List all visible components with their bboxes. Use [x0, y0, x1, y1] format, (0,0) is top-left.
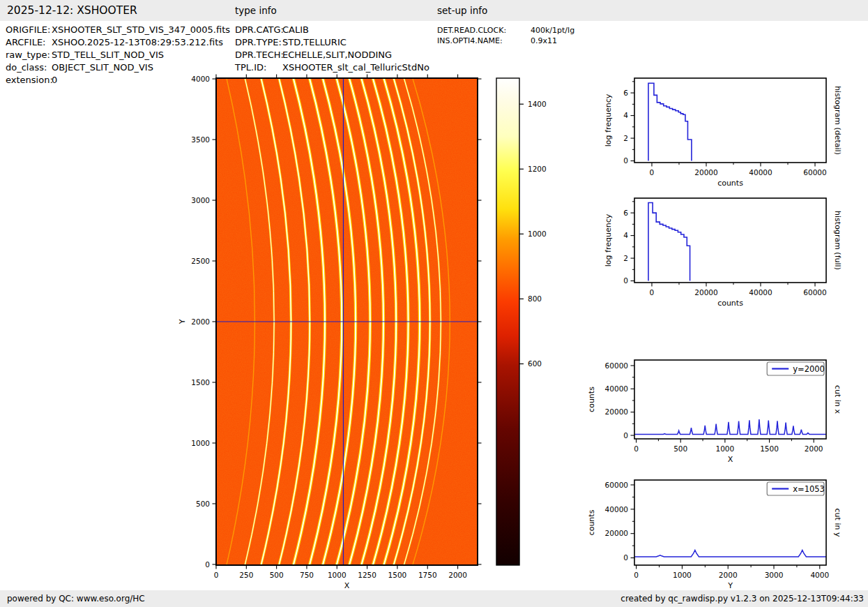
x-tick-label: 2000 [448, 571, 467, 579]
y-tick-label: 0 [623, 431, 628, 440]
x-tick-label: 750 [300, 571, 314, 579]
x-tick-label: 500 [673, 444, 687, 453]
y-tick-label: 2 [623, 134, 628, 142]
setup-info-header: set-up info [437, 0, 487, 21]
colorbar-tick-label: 1400 [528, 100, 547, 108]
y-tick-label: 40000 [605, 384, 628, 393]
y-tick-label: 2500 [191, 257, 210, 265]
x-tick-label: 1000 [328, 571, 347, 579]
x-axis-label: Y [727, 581, 733, 590]
x-tick-label: 40000 [749, 288, 772, 297]
colorbar-tick-label: 600 [528, 359, 542, 368]
y-tick-label: 0 [623, 553, 628, 562]
data-series-line [634, 550, 826, 557]
x-tick-label: 3000 [765, 571, 784, 579]
dpr-type-label: DPR.TYPE: [235, 36, 282, 49]
y-tick-label: 0 [623, 276, 628, 285]
tpl-id-value: XSHOOTER_slt_cal_TelluricStdNo [282, 61, 429, 74]
cut-in-y-plot: 010002000300040000200004000060000Ycounts… [634, 480, 826, 565]
opti4-value: 0.9x11 [531, 36, 574, 47]
y-tick-label: 60000 [605, 481, 628, 489]
data-series-line [634, 419, 826, 434]
x-tick-label: 0 [634, 571, 639, 579]
y-axis-label: log frequency [604, 213, 613, 267]
x-tick-label: 20000 [694, 288, 717, 297]
x-tick-label: 20000 [694, 168, 717, 177]
rawtype-label: raw_type: [6, 49, 52, 61]
y-tick-label: 20000 [605, 529, 628, 537]
x-tick-label: 0 [650, 288, 655, 297]
legend-label: x=1053 [793, 484, 825, 494]
y-tick-label: 1500 [191, 378, 210, 387]
x-tick-label: 0 [650, 168, 655, 177]
dpr-tech-value: ECHELLE,SLIT,NODDING [282, 49, 429, 61]
y-tick-label: 2000 [191, 317, 210, 326]
y-tick-label: 4000 [191, 75, 210, 83]
y-tick-label: 6 [623, 89, 628, 97]
x-axis-label: counts [717, 179, 743, 188]
right-side-label: cut in x [833, 385, 842, 414]
y-tick-label: 60000 [605, 361, 628, 370]
y-tick-label: 1000 [191, 439, 210, 447]
colorbar: 600800100012001400 [496, 78, 552, 565]
x-tick-label: 1000 [715, 444, 734, 453]
right-side-label: histogram (detail) [833, 86, 842, 155]
x-axis-label: counts [717, 299, 743, 308]
y-tick-label: 0 [623, 156, 628, 165]
raw-frame-image-plot: 0250500750100012501500175020000500100015… [216, 78, 478, 565]
legend-label: y=2000 [793, 364, 825, 374]
y-tick-label: 2 [623, 254, 628, 262]
footer-created-by: created by qc_rawdisp.py v1.2.3 on 2025-… [620, 590, 864, 607]
x-tick-label: 500 [270, 571, 284, 579]
x-tick-label: 1000 [673, 571, 692, 579]
y-axis-label: counts [587, 387, 596, 412]
x-tick-label: 2000 [805, 444, 823, 453]
origfile-label: ORIGFILE: [6, 24, 52, 36]
x-tick-label: 1750 [418, 571, 437, 579]
x-axis-label: X [344, 581, 350, 590]
dpr-tech-label: DPR.TECH: [235, 49, 282, 61]
x-tick-label: 60000 [803, 288, 826, 297]
colorbar-tick-label: 1000 [528, 230, 547, 238]
read-clock-label: DET.READ.CLOCK: [437, 26, 531, 36]
read-clock-value: 400k/1pt/lg [531, 26, 574, 36]
x-tick-label: 1500 [760, 444, 779, 453]
arcfile-value: XSHOO.2025-12-13T08:29:53.212.fits [52, 36, 230, 49]
data-series-line [648, 83, 692, 160]
x-tick-label: 2000 [719, 571, 738, 579]
right-side-label: cut in y [833, 509, 842, 537]
rawtype-value: STD_TELL_SLIT_NOD_VIS [52, 49, 230, 61]
histogram-detail-plot: 02000040000600000246countslog frequencyh… [634, 78, 826, 163]
footer-powered-by: powered by QC: www.eso.org/HC [7, 590, 145, 607]
type-info-header: type info [235, 0, 277, 21]
doclass-value: OBJECT_SLIT_NOD_VIS [52, 61, 230, 74]
x-tick-label: 60000 [803, 168, 826, 177]
x-tick-label: 0 [634, 444, 639, 453]
y-axis-label: counts [587, 509, 596, 535]
x-tick-label: 1250 [358, 571, 376, 579]
y-axis-label: log frequency [604, 93, 613, 147]
y-tick-label: 3500 [191, 135, 210, 144]
histogram-full-plot: 02000040000600000246countslog frequencyh… [634, 198, 826, 283]
y-tick-label: 500 [196, 500, 210, 508]
qc-report-page: 2025-12-12: XSHOOTER type info set-up in… [0, 0, 868, 607]
type-info-block: DPR.CATG:CALIB DPR.TYPE:STD,TELLURIC DPR… [235, 24, 429, 74]
colorbar-gradient [496, 78, 519, 565]
page-title: 2025-12-12: XSHOOTER [7, 0, 137, 21]
opti4-label: INS.OPTI4.NAME: [437, 36, 531, 47]
arcfile-label: ARCFILE: [6, 36, 52, 49]
dpr-type-value: STD,TELLURIC [282, 36, 429, 49]
y-axis-label: Y [178, 319, 187, 324]
y-tick-label: 4 [623, 231, 628, 239]
extension-label: extension: [6, 74, 52, 87]
y-tick-label: 3000 [191, 196, 210, 204]
y-tick-label: 20000 [605, 407, 628, 416]
doclass-label: do_class: [6, 61, 52, 74]
x-tick-label: 4000 [810, 571, 829, 579]
x-tick-label: 0 [214, 571, 219, 579]
data-series-line [648, 203, 690, 281]
cut-in-x-plot: 05001000150020000200004000060000Xcountsc… [634, 360, 826, 439]
x-tick-label: 40000 [749, 168, 772, 177]
origfile-value: XSHOOTER_SLT_STD_VIS_347_0005.fits [52, 24, 230, 36]
axes-frame [634, 198, 826, 283]
